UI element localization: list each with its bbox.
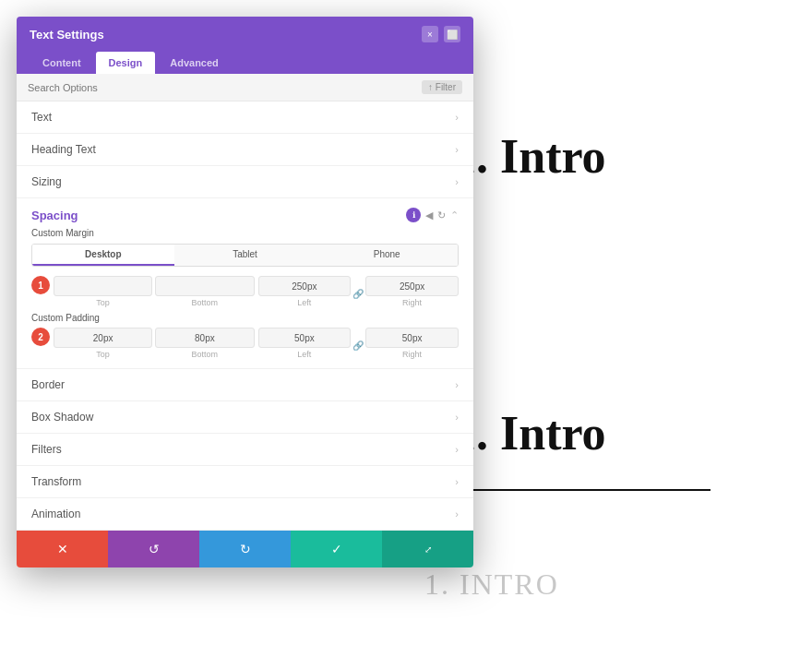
bg-divider: [452, 489, 710, 491]
margin-right-input[interactable]: 250px: [365, 276, 459, 296]
expand-button[interactable]: ⬜: [444, 26, 460, 42]
padding-top-label: Top: [54, 350, 152, 359]
margin-bottom-field: Bottom: [155, 276, 254, 307]
padding-fields-row: 2 20px Top 80px Bottom 50px: [31, 328, 459, 359]
spacing-info-button[interactable]: ℹ: [406, 208, 421, 222]
transform-section-label: Transform: [31, 475, 81, 488]
text-settings-modal: Text Settings × ⬜ Content Design Advance…: [17, 17, 473, 567]
tab-advanced[interactable]: Advanced: [157, 52, 232, 74]
margin-top-label: Top: [54, 298, 152, 307]
filter-button[interactable]: ↑ Filter: [422, 80, 462, 94]
modal-tabs: Content Design Advanced: [17, 52, 473, 74]
animation-section-label: Animation: [31, 508, 80, 520]
margin-top-input[interactable]: [54, 276, 152, 296]
padding-right-input[interactable]: 50px: [365, 328, 459, 348]
filters-section-label: Filters: [31, 443, 62, 456]
padding-top-field: 20px Top: [54, 328, 152, 359]
close-button[interactable]: ×: [422, 26, 438, 42]
padding-bottom-label: Bottom: [155, 350, 254, 359]
cancel-button[interactable]: ✕: [17, 531, 108, 567]
border-chevron-icon: ›: [455, 379, 459, 390]
heading-text-section-row[interactable]: Heading Text ›: [17, 134, 473, 166]
text-section-label: Text: [31, 111, 52, 124]
custom-padding-label: Custom Padding: [31, 313, 459, 323]
spacing-actions: ℹ ◀ ↻ ⌃: [406, 208, 459, 222]
modal-footer: ✕ ↺ ↻ ✓ ⤢: [17, 531, 473, 567]
spacing-prev-icon[interactable]: ◀: [425, 209, 433, 221]
margin-left-input[interactable]: 250px: [258, 276, 352, 296]
spacing-reset-icon[interactable]: ↻: [437, 209, 446, 221]
text-chevron-icon: ›: [455, 112, 459, 123]
box-shadow-section-label: Box Shadow: [31, 411, 93, 424]
sizing-chevron-icon: ›: [455, 176, 459, 187]
save-button[interactable]: ✓: [291, 531, 382, 567]
device-tab-desktop[interactable]: Desktop: [32, 245, 174, 266]
margin-top-bottom-fields: Top Bottom: [54, 276, 255, 307]
margin-link-icon[interactable]: 🔗: [352, 285, 364, 299]
undo-button[interactable]: ↺: [108, 531, 199, 567]
badge-1: 1: [31, 276, 50, 294]
padding-left-input[interactable]: 50px: [258, 328, 352, 348]
padding-top-input[interactable]: 20px: [54, 328, 152, 348]
margin-right-label: Right: [365, 298, 459, 307]
box-shadow-section-row[interactable]: Box Shadow ›: [17, 401, 473, 434]
animation-section-row[interactable]: Animation ›: [17, 498, 473, 531]
margin-top-field: Top: [54, 276, 152, 307]
padding-bottom-input[interactable]: 80px: [155, 328, 254, 348]
tab-content[interactable]: Content: [30, 52, 94, 74]
padding-right-label: Right: [365, 350, 459, 359]
margin-left-field: 250px Left: [258, 276, 352, 307]
heading-text-section-label: Heading Text: [31, 143, 96, 156]
device-tabs: Desktop Tablet Phone: [31, 244, 459, 267]
padding-top-bottom-fields: 20px Top 80px Bottom: [54, 328, 255, 359]
padding-lr-group: 50px Left 🔗 50px Right: [258, 328, 460, 359]
bg-heading-1: 1. Intro: [452, 129, 606, 184]
spacing-section: Spacing ℹ ◀ ↻ ⌃ Custom Margin Desktop Ta…: [17, 198, 473, 369]
padding-link-icon[interactable]: 🔗: [352, 337, 364, 351]
bg-heading-3: 1. Intro: [424, 567, 559, 602]
padding-left-field: 50px Left: [258, 328, 352, 359]
text-section-row[interactable]: Text ›: [17, 102, 473, 134]
margin-lr-group: 250px Left 🔗 250px Right: [258, 276, 460, 307]
device-tab-tablet[interactable]: Tablet: [174, 245, 316, 266]
sizing-section-label: Sizing: [31, 175, 62, 188]
spacing-header: Spacing ℹ ◀ ↻ ⌃: [31, 208, 459, 222]
spacing-title: Spacing: [31, 209, 78, 222]
tab-design[interactable]: Design: [96, 52, 156, 74]
filters-section-row[interactable]: Filters ›: [17, 434, 473, 466]
padding-left-label: Left: [258, 350, 352, 359]
search-bar: ↑ Filter: [17, 74, 473, 102]
custom-margin-label: Custom Margin: [31, 228, 459, 238]
modal-title: Text Settings: [30, 28, 104, 42]
heading-text-chevron-icon: ›: [455, 144, 459, 155]
badge-2: 2: [31, 328, 50, 346]
modal-body: ↑ Filter Text › Heading Text › Sizing › …: [17, 74, 473, 531]
margin-bottom-input[interactable]: [155, 276, 254, 296]
border-section-label: Border: [31, 378, 65, 391]
spacing-collapse-icon[interactable]: ⌃: [450, 209, 459, 221]
padding-right-field: 50px Right: [365, 328, 459, 359]
animation-chevron-icon: ›: [455, 508, 459, 520]
margin-left-label: Left: [258, 298, 352, 307]
modal-header-icons: × ⬜: [422, 26, 460, 42]
margin-fields-row: 1 Top Bottom 250px Left: [31, 276, 459, 307]
sizing-section-row[interactable]: Sizing ›: [17, 166, 473, 198]
bg-heading-2: 1. Intro: [452, 406, 606, 460]
filters-chevron-icon: ›: [455, 444, 459, 455]
search-input[interactable]: [28, 82, 422, 93]
transform-chevron-icon: ›: [455, 476, 459, 487]
extra-button[interactable]: ⤢: [382, 531, 473, 567]
border-section-row[interactable]: Border ›: [17, 369, 473, 401]
redo-button[interactable]: ↻: [199, 531, 291, 567]
box-shadow-chevron-icon: ›: [455, 412, 459, 423]
padding-bottom-field: 80px Bottom: [155, 328, 254, 359]
margin-bottom-label: Bottom: [155, 298, 254, 307]
modal-header: Text Settings × ⬜: [17, 17, 473, 52]
transform-section-row[interactable]: Transform ›: [17, 466, 473, 498]
margin-right-field: 250px Right: [365, 276, 459, 307]
device-tab-phone[interactable]: Phone: [316, 245, 458, 266]
